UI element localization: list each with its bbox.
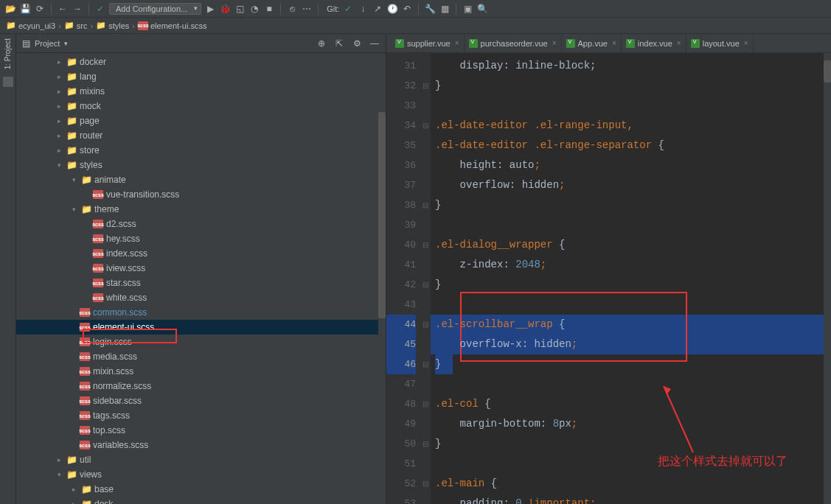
project-panel-title[interactable]: Project [35,39,60,48]
code-line[interactable]: .el-date-editor .el-range-separator { [435,136,831,155]
tab-app[interactable]: App.vue× [562,34,622,52]
tree-file-hey[interactable]: scsshey.scss [16,231,386,246]
code-line[interactable]: } [435,275,831,295]
locate-icon[interactable]: ⊕ [316,38,327,49]
tree-file-sidebar[interactable]: scsssidebar.scss [16,393,386,408]
breadcrumb-src[interactable]: 📁src [64,21,88,30]
tree-file-normalize[interactable]: scssnormalize.scss [16,379,386,393]
tree-file-tags[interactable]: scsstags.scss [16,408,386,423]
close-icon[interactable]: × [455,39,459,47]
code-line[interactable]: overflow-x: hidden; [435,335,831,354]
code-line[interactable]: .el-dialog__wrapper { [435,235,831,255]
tab-index[interactable]: index.vue× [622,34,686,52]
profile-icon[interactable]: ◔ [248,3,260,15]
tab-supplier[interactable]: supplier.vue× [391,34,465,52]
code-line[interactable]: .el-date-editor .el-range-input, [435,116,831,136]
tree-file-star[interactable]: scssstar.scss [16,276,386,290]
debug-icon[interactable]: 🐞 [219,3,231,15]
breadcrumb-file[interactable]: scsselement-ui.scss [138,21,206,30]
tab-layout[interactable]: layout.vue× [686,34,754,52]
close-icon[interactable]: × [552,39,557,47]
tree-file-variables[interactable]: scssvariables.scss [16,438,386,452]
back-icon[interactable]: ← [57,3,69,15]
tree-folder-mock[interactable]: ▸📁mock [16,99,386,113]
tree-file-mixin[interactable]: scssmixin.scss [16,364,386,379]
open-icon[interactable]: 📂 [4,3,16,15]
tree-folder-router[interactable]: ▸📁router [16,128,386,143]
tree-file-element-ui[interactable]: scsselement-ui.scss [16,320,386,335]
tab-purchaseorder[interactable]: purchaseorder.vue× [465,34,562,52]
settings-icon[interactable]: 🔧 [424,3,436,15]
code-line[interactable]: .el-main { [435,474,831,494]
tree-file-login[interactable]: scsslogin.scss [16,335,386,349]
vcs-push-icon[interactable]: ↗ [372,3,383,15]
code-line[interactable]: margin-bottom: 8px; [435,414,831,434]
tree-folder-desk[interactable]: ▸📁desk [16,497,386,504]
run-icon[interactable]: ▶ [204,3,216,15]
tree-folder-animate[interactable]: ▾📁animate [16,172,386,187]
layout-icon[interactable]: ▣ [462,3,473,15]
tree-scrollbar-thumb[interactable] [378,112,386,318]
tree-folder-theme[interactable]: ▾📁theme [16,202,386,217]
more-icon[interactable]: ⋯ [301,3,313,15]
structure-icon[interactable]: ▦ [439,3,451,15]
tree-file-top[interactable]: scsstop.scss [16,423,386,438]
close-icon[interactable]: × [612,39,616,47]
tree-file-common[interactable]: scsscommon.scss [16,305,386,320]
tree-folder-docker[interactable]: ▸📁docker [16,55,386,69]
hide-icon[interactable]: — [369,38,380,49]
build-icon[interactable]: ✓ [94,3,106,15]
code-line[interactable]: height: auto; [435,155,831,175]
tree-file-d2[interactable]: scssd2.scss [16,217,386,231]
code-line[interactable]: display: inline-block; [435,56,831,76]
tree-file-iview[interactable]: scssiview.scss [16,261,386,276]
code-line[interactable]: } [435,76,831,96]
close-icon[interactable]: × [677,39,681,47]
tree-folder-page[interactable]: ▸📁page [16,113,386,128]
breadcrumb-project[interactable]: 📁ecyun_ui3 [6,21,55,30]
tree-file-index[interactable]: scssindex.scss [16,246,386,261]
code-line[interactable]: z-index: 2048; [435,255,831,275]
forward-icon[interactable]: → [72,3,83,15]
history-icon[interactable]: 🕐 [386,3,398,15]
code-line[interactable] [435,295,831,315]
tree-folder-mixins[interactable]: ▸📁mixins [16,84,386,99]
editor-scrollbar[interactable] [824,53,831,504]
run-configuration-select[interactable]: Add Configuration... [109,3,201,15]
tree-folder-base[interactable]: ▸📁base [16,482,386,497]
attach-icon[interactable]: ⎋ [286,3,298,15]
code-line[interactable] [435,96,831,116]
tree-file-white[interactable]: scsswhite.scss [16,290,386,305]
save-icon[interactable]: 💾 [19,3,31,15]
stop-icon[interactable]: ■ [263,3,275,15]
project-view-icon[interactable]: ▤ [22,38,30,49]
code-line[interactable]: overflow: hidden; [435,175,831,195]
tree-folder-util[interactable]: ▸📁util [16,452,386,467]
tree-file-vue-transition[interactable]: scssvue-transition.scss [16,187,386,202]
search-icon[interactable]: 🔍 [476,3,488,15]
code-line[interactable]: } [435,354,831,374]
revert-icon[interactable]: ↶ [401,3,413,15]
code-line[interactable]: .el-col { [435,394,831,414]
code-line[interactable]: .el-scrollbar__wrap { [435,315,831,335]
tree-folder-views[interactable]: ▾📁views [16,467,386,482]
code-line[interactable] [435,215,831,235]
vcs-update-icon[interactable]: ✓ [342,3,354,15]
vcs-commit-icon[interactable]: ↓ [357,3,369,15]
code-area[interactable]: display: inline-block; } .el-date-editor… [431,53,831,504]
tree-folder-lang[interactable]: ▸📁lang [16,69,386,84]
breadcrumb-styles[interactable]: 📁styles [96,21,129,30]
coverage-icon[interactable]: ◱ [234,3,246,15]
collapse-icon[interactable]: ⇱ [334,38,344,49]
close-icon[interactable]: × [744,39,748,47]
refresh-icon[interactable]: ⟳ [34,3,46,15]
editor-body[interactable]: 31 32 33 34 35 36 37 38 39 40 41 42 43 4… [386,53,831,504]
code-line[interactable] [435,374,831,394]
dropdown-icon[interactable]: ▾ [64,40,68,47]
structure-tool-icon[interactable] [3,77,13,87]
project-tool-button[interactable]: 1: Project [4,38,12,69]
tree-folder-store[interactable]: ▸📁store [16,143,386,158]
gear-icon[interactable]: ⚙ [352,38,362,49]
tree-folder-styles[interactable]: ▾📁styles [16,158,386,172]
tree-file-media[interactable]: scssmedia.scss [16,349,386,364]
